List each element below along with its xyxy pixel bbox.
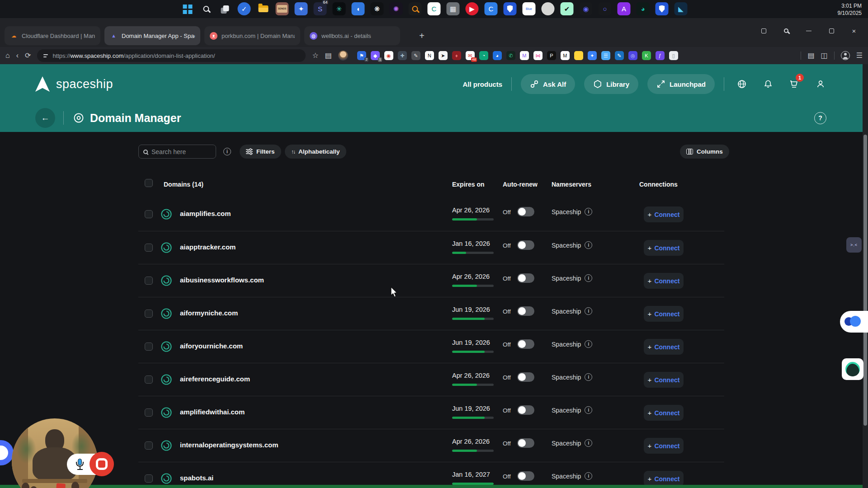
spaceship-logo[interactable]: spaceship [35,76,113,92]
domain-name-link[interactable]: aiapptracker.com [180,243,236,251]
affinity-a-icon[interactable]: A [618,2,631,15]
filters-button[interactable]: Filters [240,145,281,159]
domain-name-link[interactable]: amplifiedwithai.com [180,408,245,416]
row-checkbox[interactable] [145,474,153,483]
maximize-button[interactable] [822,23,841,38]
autorenew-toggle[interactable] [517,306,534,316]
bitwarden-icon[interactable] [504,2,517,15]
account-circle-icon[interactable] [841,51,850,60]
extension-icon[interactable]: ➤ [439,51,448,60]
extension-icon[interactable]: M [561,51,570,60]
search-input[interactable] [151,148,205,155]
search-info-icon[interactable]: i [223,148,231,155]
extension-icon[interactable]: ✦ [588,51,597,60]
teal-shell-icon[interactable]: ◕ [637,2,650,15]
row-checkbox[interactable] [145,441,153,450]
stop-recording-button[interactable] [90,452,114,476]
row-checkbox[interactable] [145,210,153,218]
taskbar-search-icon[interactable] [200,2,213,15]
minimize-button[interactable] [799,23,818,38]
extension-icon[interactable]: ▯ [669,51,678,60]
blue-app-icon[interactable]: Blue [523,2,536,15]
sort-button[interactable]: ↑↓ Alphabetically [285,145,346,159]
domain-name-link[interactable]: aiamplifies.com [180,210,231,217]
extension-icon[interactable]: ✚ [398,51,407,60]
row-checkbox[interactable] [145,343,153,351]
extension-icon[interactable]: ◉ [384,51,393,60]
extension-icon[interactable]: ◔ [479,51,488,60]
domain-name-link[interactable]: internaloperatingsystems.com [180,441,278,449]
dolphin-browser-icon[interactable]: ◖ [352,2,365,15]
url-bar[interactable]: https://www.spaceship.com/application/do… [37,49,306,62]
browser-tab[interactable]: ☁Cloudflare Dashboard | Mana [5,26,100,45]
col-autorenew[interactable]: Auto-renew [503,181,538,188]
launchpad-button[interactable]: Launchpad [647,74,715,94]
nameserver-info-icon[interactable]: i [585,439,592,447]
extension-icon[interactable]: ☰ [601,51,610,60]
profile-card-icon[interactable]: ◫ [821,52,828,59]
autorenew-toggle[interactable] [517,471,534,481]
extension-icon[interactable]: ◎ [628,51,637,60]
domain-name-link[interactable]: spabots.ai [180,474,213,482]
chatgpt-icon[interactable]: ❋ [371,2,384,15]
nameserver-info-icon[interactable]: i [585,472,592,480]
extension-icon[interactable]: ♦ [452,51,461,60]
purple-spiral-icon[interactable]: ◉ [580,2,593,15]
autorenew-toggle[interactable] [517,405,534,415]
library-button[interactable]: Library [584,74,638,94]
connect-button[interactable]: + Connect [644,405,684,421]
row-checkbox[interactable] [145,310,153,318]
scrollbar-thumb[interactable] [863,135,867,426]
nameserver-info-icon[interactable]: i [585,208,592,216]
reading-list-icon[interactable]: ▤ [807,52,814,59]
connect-button[interactable]: + Connect [644,438,684,454]
extension-icon[interactable]: N [425,51,434,60]
app-64-icon[interactable]: S64 [314,2,327,15]
row-checkbox[interactable] [145,244,153,252]
extension-icon[interactable]: ✉48 [466,51,475,60]
search-input-box[interactable] [138,145,216,159]
autorenew-toggle[interactable] [517,339,534,349]
nameserver-info-icon[interactable]: i [585,406,592,414]
teal-c-app-icon[interactable]: C [428,2,441,15]
bitwarden-2-icon[interactable] [656,2,669,15]
col-expires[interactable]: Expires on [452,181,485,188]
autorenew-toggle[interactable] [517,207,534,216]
connect-button[interactable]: + Connect [644,372,684,388]
cart-icon[interactable]: 1 [786,75,803,93]
orange-search-icon[interactable] [409,2,422,15]
domain-name-link[interactable]: aireferenceguide.com [180,375,250,383]
row-checkbox[interactable] [145,375,153,384]
split-view-icon[interactable]: ▤ [325,52,332,59]
windows-start-icon[interactable] [181,2,194,15]
connect-button[interactable]: + Connect [644,273,684,289]
side-widget-logo-button[interactable] [842,358,863,380]
connect-button[interactable]: + Connect [644,206,684,222]
todo-check-icon[interactable]: ✓ [238,2,251,15]
purple-ring-icon[interactable]: ○ [599,2,612,15]
task-view-icon[interactable] [219,2,232,15]
file-explorer-icon[interactable] [257,2,270,15]
language-globe-icon[interactable] [733,75,750,93]
nameserver-info-icon[interactable]: i [585,373,592,381]
extension-icon[interactable]: K [642,51,651,60]
brain-app-icon[interactable]: ✺ [390,2,403,15]
connect-button[interactable]: + Connect [644,339,684,355]
connect-button[interactable]: + Connect [644,240,684,256]
blue-c-app-icon[interactable]: C [485,2,498,15]
side-widget-bubbles-button[interactable] [840,311,868,333]
notifications-bell-icon[interactable] [760,75,777,93]
airpods-case-icon[interactable] [542,2,555,15]
extension-icon[interactable]: ◕ [493,51,502,60]
nameserver-info-icon[interactable]: i [585,340,592,348]
blue-tool-icon[interactable]: ✦ [295,2,308,15]
browser-tab[interactable]: ◍wellbots.ai - details [304,26,400,45]
calculator-icon[interactable]: ▦ [447,2,460,15]
profile-avatar[interactable] [338,51,348,61]
extension-icon[interactable]: ✎ [615,51,624,60]
back-button[interactable]: ← [35,108,55,128]
extension-icon[interactable]: M [520,51,529,60]
browser-tab[interactable]: ▲Domain Manager App - Space [104,26,200,45]
browser-tab[interactable]: ᴥporkbun.com | Domain Manag [204,26,300,45]
col-nameservers[interactable]: Nameservers [552,181,591,188]
